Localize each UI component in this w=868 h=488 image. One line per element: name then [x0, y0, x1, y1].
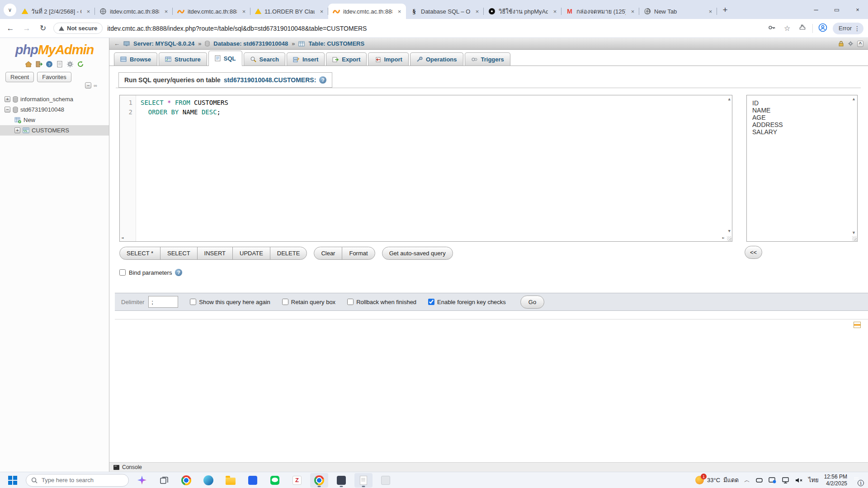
- delimiter-input[interactable]: [148, 296, 178, 308]
- help-icon[interactable]: ?: [46, 61, 53, 68]
- resize-grip[interactable]: [727, 236, 731, 241]
- scroll-down-icon[interactable]: ▼: [728, 229, 731, 233]
- breadcrumb-table-link[interactable]: Table: CUSTOMERS: [308, 40, 364, 47]
- url-bar[interactable]: itdev.cmtc.ac.th:8888/index.php?route=/t…: [107, 25, 762, 32]
- scroll-down-icon[interactable]: ▼: [852, 231, 856, 235]
- minimize-button[interactable]: ─: [806, 0, 826, 19]
- browser-tab-6[interactable]: § Database SQL – ORD ×: [406, 4, 484, 19]
- menu-kebab-icon[interactable]: ⋮: [854, 25, 860, 32]
- refresh-icon[interactable]: [77, 61, 84, 68]
- taskbar-app-chrome[interactable]: [177, 473, 195, 488]
- update-button[interactable]: UPDATE: [232, 247, 270, 260]
- taskbar-app-dark[interactable]: [332, 473, 350, 488]
- maximize-button[interactable]: ▭: [826, 0, 847, 19]
- breadcrumb-server-link[interactable]: Server: MYSQL-8.0.24: [133, 40, 194, 47]
- taskbar-app-explorer[interactable]: [222, 473, 240, 488]
- notification-center-button[interactable]: 1: [853, 476, 863, 485]
- task-view-button[interactable]: [155, 473, 173, 488]
- link-icon[interactable]: ∞: [94, 83, 97, 88]
- browser-tab-1[interactable]: วันที่ 2 [2/4/2568] - Go ×: [17, 4, 95, 19]
- show-query-option[interactable]: Show this query here again: [190, 299, 270, 305]
- clear-button[interactable]: Clear: [314, 247, 342, 260]
- tab-close-icon[interactable]: ×: [629, 8, 637, 15]
- tab-close-icon[interactable]: ×: [85, 8, 92, 15]
- collapse-all-icon[interactable]: −: [85, 82, 91, 89]
- pma-logo[interactable]: phpMyAdmin: [0, 42, 109, 57]
- go-button[interactable]: Go: [520, 296, 544, 309]
- column-item[interactable]: SALARY: [752, 128, 857, 136]
- taskbar-app-notes[interactable]: [354, 473, 373, 488]
- back-icon[interactable]: ←: [5, 24, 16, 33]
- bookmark-star-icon[interactable]: ☆: [782, 24, 793, 33]
- editor-code[interactable]: SELECT * FROM CUSTOMERS ORDER BY NAME DE…: [136, 95, 732, 241]
- columns-panel[interactable]: ID NAME AGE ADDRESS SALARY ▲ ▼: [746, 95, 858, 242]
- tab-operations[interactable]: Operations: [410, 52, 463, 66]
- logout-icon[interactable]: [35, 61, 42, 68]
- password-key-icon[interactable]: [766, 23, 777, 33]
- close-button[interactable]: ×: [847, 0, 868, 19]
- browser-tab-7[interactable]: วิธีใช้งาน phpMyAdmi ×: [484, 4, 561, 19]
- weather-widget[interactable]: 1 33°C มีแดด: [695, 475, 739, 485]
- browser-tab-9[interactable]: New Tab ×: [639, 4, 717, 19]
- tree-item-customers[interactable]: + CUSTOMERS: [0, 125, 109, 136]
- forward-icon[interactable]: →: [21, 24, 33, 33]
- tab-import[interactable]: Import: [368, 52, 408, 66]
- expand-icon[interactable]: +: [14, 127, 20, 133]
- browser-tab-8[interactable]: M กล่องจดหมาย (125) - 6 ×: [561, 4, 639, 19]
- tab-sql[interactable]: SQL: [208, 51, 242, 66]
- page-settings-gear-icon[interactable]: [848, 41, 854, 47]
- taskbar-app-chrome-running[interactable]: [310, 473, 328, 488]
- tree-item-information-schema[interactable]: + information_schema: [0, 94, 109, 104]
- browser-tab-4[interactable]: 11.ORDER BY Clause - ×: [250, 4, 328, 19]
- tray-network-icon[interactable]: [782, 477, 789, 483]
- tab-search[interactable]: Search: [244, 52, 285, 66]
- recent-button[interactable]: Recent: [5, 72, 34, 82]
- insert-button[interactable]: INSERT: [197, 247, 233, 260]
- language-indicator[interactable]: ไทย: [808, 475, 819, 485]
- column-item[interactable]: AGE: [752, 114, 857, 121]
- tab-close-icon[interactable]: ×: [551, 8, 559, 15]
- tray-share-icon[interactable]: [769, 477, 776, 483]
- resize-grip[interactable]: [852, 236, 857, 241]
- tab-insert[interactable]: Insert: [287, 52, 325, 66]
- collapse-icon[interactable]: −: [5, 107, 10, 113]
- tree-item-database[interactable]: − std67319010048: [0, 104, 109, 115]
- profile-icon[interactable]: [817, 23, 828, 34]
- taskbar-app-edge[interactable]: [199, 473, 217, 488]
- tab-search-icon[interactable]: ∨: [4, 4, 16, 16]
- help-icon[interactable]: ?: [319, 76, 326, 84]
- tree-item-new[interactable]: New: [0, 115, 109, 125]
- tab-close-icon[interactable]: ×: [707, 8, 714, 15]
- rollback-checkbox[interactable]: [347, 299, 354, 305]
- taskbar-app-line[interactable]: [266, 473, 284, 488]
- taskbar-app-blue[interactable]: [244, 473, 262, 488]
- copilot-button[interactable]: [133, 473, 151, 488]
- profile-error-button[interactable]: Error ⋮: [833, 23, 863, 34]
- column-item[interactable]: ID: [752, 99, 857, 107]
- taskbar-app-zotero[interactable]: Z: [288, 473, 306, 488]
- tab-triggers[interactable]: Triggers: [465, 52, 510, 66]
- scroll-up-icon[interactable]: ▲: [728, 97, 731, 101]
- settings-gear-icon[interactable]: [66, 61, 74, 68]
- tab-close-icon[interactable]: ×: [473, 8, 481, 15]
- favorites-button[interactable]: Favorites: [37, 72, 71, 82]
- extensions-icon[interactable]: [797, 24, 808, 33]
- format-button[interactable]: Format: [342, 247, 375, 260]
- column-item[interactable]: NAME: [752, 107, 857, 114]
- start-button[interactable]: [4, 473, 22, 488]
- delete-button[interactable]: DELETE: [270, 247, 307, 260]
- tray-volume-muted-icon[interactable]: [795, 477, 803, 483]
- autosave-query-button[interactable]: Get auto-saved query: [382, 247, 453, 260]
- scroll-top-icon[interactable]: ^: [857, 41, 863, 47]
- bind-parameters-checkbox[interactable]: [119, 269, 126, 276]
- select-button[interactable]: SELECT: [160, 247, 198, 260]
- scroll-right-icon[interactable]: ►: [722, 236, 725, 240]
- column-item[interactable]: ADDRESS: [752, 121, 857, 128]
- tab-close-icon[interactable]: ×: [240, 8, 248, 15]
- retain-query-box-option[interactable]: Retain query box: [282, 299, 335, 305]
- tab-browse[interactable]: Browse: [114, 52, 157, 66]
- taskbar-app-gray[interactable]: [377, 473, 395, 488]
- tab-structure[interactable]: Structure: [159, 52, 207, 66]
- browser-tab-2[interactable]: itdev.cmtc.ac.th:8888/ ×: [95, 4, 173, 19]
- rollback-option[interactable]: Rollback when finished: [347, 299, 416, 305]
